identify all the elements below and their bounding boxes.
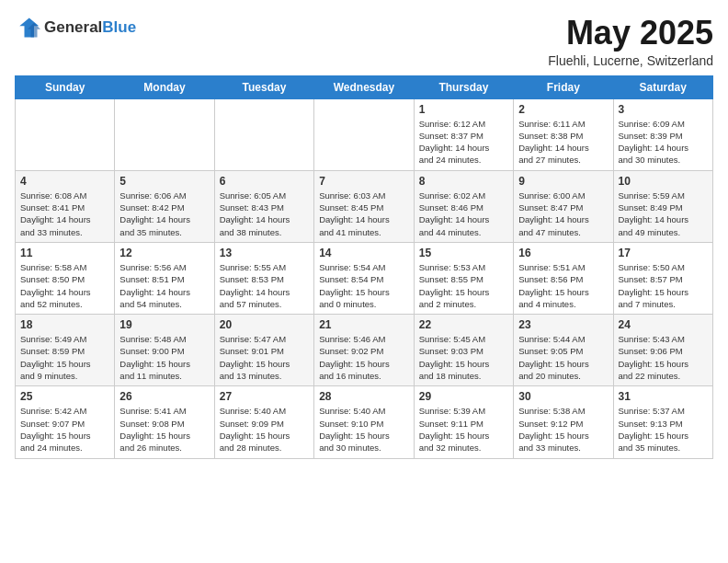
calendar-cell xyxy=(314,98,415,170)
day-info: Sunrise: 6:11 AM Sunset: 8:38 PM Dayligh… xyxy=(518,118,608,167)
calendar-cell: 18Sunrise: 5:49 AM Sunset: 8:59 PM Dayli… xyxy=(16,315,115,386)
day-info: Sunrise: 5:45 AM Sunset: 9:03 PM Dayligh… xyxy=(419,333,508,382)
calendar-cell: 3Sunrise: 6:09 AM Sunset: 8:39 PM Daylig… xyxy=(613,98,713,170)
day-info: Sunrise: 6:03 AM Sunset: 8:45 PM Dayligh… xyxy=(319,190,409,238)
title-block: May 2025 Fluehli, Lucerne, Switzerland xyxy=(548,15,713,68)
day-number: 22 xyxy=(419,318,508,331)
day-info: Sunrise: 6:02 AM Sunset: 8:46 PM Dayligh… xyxy=(419,190,508,238)
weekday-header: Sunday xyxy=(16,75,115,98)
calendar-cell: 7Sunrise: 6:03 AM Sunset: 8:45 PM Daylig… xyxy=(314,170,415,242)
calendar-cell: 23Sunrise: 5:44 AM Sunset: 9:05 PM Dayli… xyxy=(514,315,613,386)
calendar-cell: 28Sunrise: 5:40 AM Sunset: 9:10 PM Dayli… xyxy=(314,386,415,458)
calendar-cell: 16Sunrise: 5:51 AM Sunset: 8:56 PM Dayli… xyxy=(514,242,613,314)
calendar-cell: 2Sunrise: 6:11 AM Sunset: 8:38 PM Daylig… xyxy=(514,98,613,170)
calendar-cell: 29Sunrise: 5:39 AM Sunset: 9:11 PM Dayli… xyxy=(414,386,513,458)
calendar-week: 4Sunrise: 6:08 AM Sunset: 8:41 PM Daylig… xyxy=(16,170,713,242)
calendar-cell: 31Sunrise: 5:37 AM Sunset: 9:13 PM Dayli… xyxy=(613,386,713,458)
day-number: 4 xyxy=(20,175,109,188)
day-number: 9 xyxy=(518,175,608,188)
day-info: Sunrise: 5:43 AM Sunset: 9:06 PM Dayligh… xyxy=(619,333,709,382)
day-number: 12 xyxy=(119,247,209,259)
calendar-cell: 5Sunrise: 6:06 AM Sunset: 8:42 PM Daylig… xyxy=(115,170,214,242)
day-info: Sunrise: 5:58 AM Sunset: 8:50 PM Dayligh… xyxy=(20,261,109,310)
day-number: 14 xyxy=(319,247,409,259)
day-number: 13 xyxy=(220,247,309,259)
calendar-cell: 17Sunrise: 5:50 AM Sunset: 8:57 PM Dayli… xyxy=(613,242,713,314)
calendar-cell: 20Sunrise: 5:47 AM Sunset: 9:01 PM Dayli… xyxy=(214,315,313,386)
day-number: 27 xyxy=(220,390,309,403)
day-info: Sunrise: 5:48 AM Sunset: 9:00 PM Dayligh… xyxy=(119,333,209,382)
day-number: 25 xyxy=(20,390,109,403)
calendar-cell: 9Sunrise: 6:00 AM Sunset: 8:47 PM Daylig… xyxy=(514,170,613,242)
calendar-week: 11Sunrise: 5:58 AM Sunset: 8:50 PM Dayli… xyxy=(16,242,713,314)
day-info: Sunrise: 5:59 AM Sunset: 8:49 PM Dayligh… xyxy=(619,190,709,238)
weekday-header: Friday xyxy=(514,75,613,98)
day-info: Sunrise: 5:44 AM Sunset: 9:05 PM Dayligh… xyxy=(518,333,608,382)
calendar-cell: 1Sunrise: 6:12 AM Sunset: 8:37 PM Daylig… xyxy=(414,98,513,170)
day-info: Sunrise: 6:08 AM Sunset: 8:41 PM Dayligh… xyxy=(20,190,109,238)
day-number: 15 xyxy=(419,247,508,259)
logo: GeneralBlue xyxy=(15,15,136,40)
day-number: 17 xyxy=(619,247,709,259)
day-number: 20 xyxy=(220,318,309,331)
day-info: Sunrise: 6:00 AM Sunset: 8:47 PM Dayligh… xyxy=(518,190,608,238)
calendar-cell: 14Sunrise: 5:54 AM Sunset: 8:54 PM Dayli… xyxy=(314,242,415,314)
day-number: 31 xyxy=(619,390,709,403)
day-info: Sunrise: 6:09 AM Sunset: 8:39 PM Dayligh… xyxy=(619,118,709,167)
calendar-cell: 30Sunrise: 5:38 AM Sunset: 9:12 PM Dayli… xyxy=(514,386,613,458)
calendar-cell: 6Sunrise: 6:05 AM Sunset: 8:43 PM Daylig… xyxy=(214,170,313,242)
calendar-subtitle: Fluehli, Lucerne, Switzerland xyxy=(548,53,713,68)
day-info: Sunrise: 5:38 AM Sunset: 9:12 PM Dayligh… xyxy=(518,405,608,454)
calendar-title: May 2025 xyxy=(548,15,713,52)
calendar-cell: 11Sunrise: 5:58 AM Sunset: 8:50 PM Dayli… xyxy=(16,242,115,314)
day-info: Sunrise: 5:37 AM Sunset: 9:13 PM Dayligh… xyxy=(619,405,709,454)
day-number: 21 xyxy=(319,318,409,331)
calendar-cell: 8Sunrise: 6:02 AM Sunset: 8:46 PM Daylig… xyxy=(414,170,513,242)
calendar-week: 18Sunrise: 5:49 AM Sunset: 8:59 PM Dayli… xyxy=(16,315,713,386)
day-number: 16 xyxy=(518,247,608,259)
day-number: 30 xyxy=(518,390,608,403)
day-number: 18 xyxy=(20,318,109,331)
day-number: 29 xyxy=(419,390,508,403)
weekday-header: Monday xyxy=(115,75,214,98)
weekday-header: Saturday xyxy=(613,75,713,98)
day-number: 6 xyxy=(220,175,309,188)
day-number: 1 xyxy=(419,103,508,116)
logo-icon xyxy=(15,15,40,40)
day-info: Sunrise: 5:49 AM Sunset: 8:59 PM Dayligh… xyxy=(20,333,109,382)
day-info: Sunrise: 5:53 AM Sunset: 8:55 PM Dayligh… xyxy=(419,261,508,310)
day-number: 8 xyxy=(419,175,508,188)
calendar-header: GeneralBlue May 2025 Fluehli, Lucerne, S… xyxy=(15,15,713,68)
calendar-week: 1Sunrise: 6:12 AM Sunset: 8:37 PM Daylig… xyxy=(16,98,713,170)
calendar-cell: 19Sunrise: 5:48 AM Sunset: 9:00 PM Dayli… xyxy=(115,315,214,386)
calendar-cell: 22Sunrise: 5:45 AM Sunset: 9:03 PM Dayli… xyxy=(414,315,513,386)
day-number: 19 xyxy=(119,318,209,331)
day-number: 24 xyxy=(619,318,709,331)
day-info: Sunrise: 5:50 AM Sunset: 8:57 PM Dayligh… xyxy=(619,261,709,310)
calendar-week: 25Sunrise: 5:42 AM Sunset: 9:07 PM Dayli… xyxy=(16,386,713,458)
calendar-cell: 10Sunrise: 5:59 AM Sunset: 8:49 PM Dayli… xyxy=(613,170,713,242)
day-number: 26 xyxy=(119,390,209,403)
day-info: Sunrise: 5:46 AM Sunset: 9:02 PM Dayligh… xyxy=(319,333,409,382)
day-number: 23 xyxy=(518,318,608,331)
day-info: Sunrise: 5:41 AM Sunset: 9:08 PM Dayligh… xyxy=(119,405,209,454)
day-info: Sunrise: 6:06 AM Sunset: 8:42 PM Dayligh… xyxy=(119,190,209,238)
calendar-cell: 27Sunrise: 5:40 AM Sunset: 9:09 PM Dayli… xyxy=(214,386,313,458)
day-number: 7 xyxy=(319,175,409,188)
day-info: Sunrise: 5:39 AM Sunset: 9:11 PM Dayligh… xyxy=(419,405,508,454)
calendar-cell: 15Sunrise: 5:53 AM Sunset: 8:55 PM Dayli… xyxy=(414,242,513,314)
calendar-cell: 26Sunrise: 5:41 AM Sunset: 9:08 PM Dayli… xyxy=(115,386,214,458)
day-number: 11 xyxy=(20,247,109,259)
day-info: Sunrise: 6:12 AM Sunset: 8:37 PM Dayligh… xyxy=(419,118,508,167)
day-info: Sunrise: 5:54 AM Sunset: 8:54 PM Dayligh… xyxy=(319,261,409,310)
day-info: Sunrise: 5:40 AM Sunset: 9:10 PM Dayligh… xyxy=(319,405,409,454)
calendar-cell: 12Sunrise: 5:56 AM Sunset: 8:51 PM Dayli… xyxy=(115,242,214,314)
day-info: Sunrise: 5:55 AM Sunset: 8:53 PM Dayligh… xyxy=(220,261,309,310)
day-number: 5 xyxy=(119,175,209,188)
calendar-header-row: SundayMondayTuesdayWednesdayThursdayFrid… xyxy=(16,75,713,98)
day-number: 2 xyxy=(518,103,608,116)
calendar-cell: 24Sunrise: 5:43 AM Sunset: 9:06 PM Dayli… xyxy=(613,315,713,386)
day-info: Sunrise: 5:40 AM Sunset: 9:09 PM Dayligh… xyxy=(220,405,309,454)
calendar-table: SundayMondayTuesdayWednesdayThursdayFrid… xyxy=(15,75,713,459)
weekday-header: Tuesday xyxy=(214,75,313,98)
